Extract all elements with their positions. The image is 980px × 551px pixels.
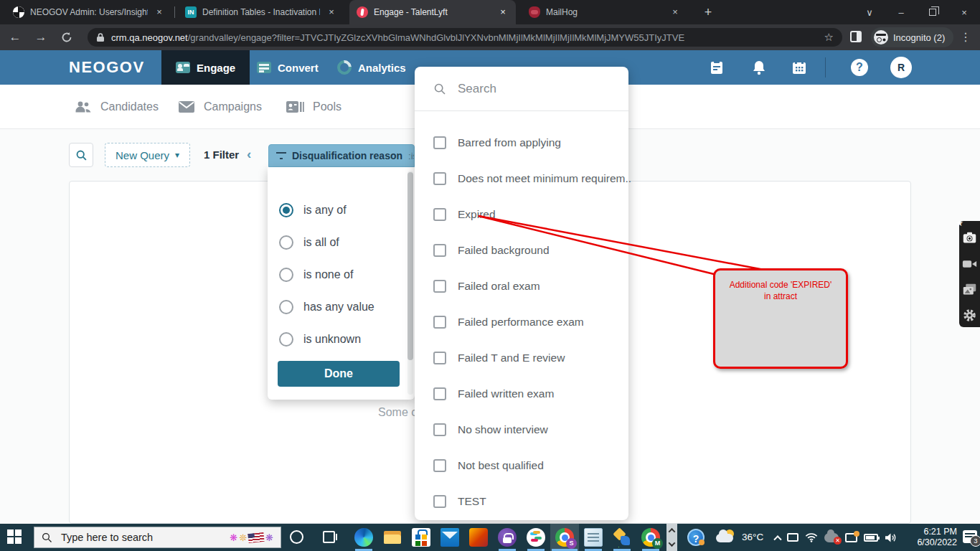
checkbox-icon[interactable] — [433, 172, 446, 185]
checkbox-icon[interactable] — [433, 495, 446, 508]
taskbar-app-office[interactable] — [464, 524, 493, 551]
tasks-clipboard-icon[interactable] — [709, 60, 725, 75]
taskbar-app-edge[interactable] — [349, 524, 378, 551]
gear-icon[interactable] — [962, 308, 977, 323]
checkbox-icon[interactable] — [433, 280, 446, 293]
radio-option-is-any-of[interactable]: is any of — [268, 194, 415, 226]
new-tab-button[interactable]: + — [699, 4, 717, 22]
checkbox-icon[interactable] — [433, 387, 446, 400]
forward-button[interactable]: → — [30, 27, 52, 48]
screen-share-icon[interactable] — [845, 533, 857, 542]
battery-icon[interactable] — [864, 534, 878, 542]
tablet-mode-icon[interactable] — [787, 533, 798, 542]
close-tab-icon[interactable]: × — [154, 6, 165, 18]
scroll-up-arrow[interactable] — [666, 524, 677, 537]
help-button[interactable]: ? — [851, 59, 868, 76]
reload-button[interactable] — [56, 27, 77, 48]
pin-star-icon[interactable]: ★ — [956, 218, 963, 228]
checkbox-icon[interactable] — [433, 423, 446, 436]
help-tray-icon[interactable]: ? — [687, 529, 705, 546]
radio-option-is-unknown[interactable]: is unknown — [268, 323, 415, 355]
nav-convert[interactable]: Convert — [242, 50, 333, 85]
taskbar-app-chrome-profile-m[interactable]: M — [636, 524, 665, 551]
user-avatar[interactable]: R — [890, 57, 912, 78]
tab-neogov-admin[interactable]: NEOGOV Admin: Users/Insight/P × — [6, 0, 172, 24]
close-tab-icon[interactable]: × — [497, 6, 509, 18]
radio-icon[interactable] — [279, 300, 293, 314]
tab-definition-tables[interactable]: IN Definition Tables - Inactivation Re × — [178, 0, 344, 24]
subnav-pools[interactable]: Pools — [286, 85, 341, 129]
new-query-dropdown[interactable]: New Query ▾ — [105, 143, 190, 167]
taskbar-app-avast[interactable] — [493, 524, 522, 551]
option-test[interactable]: TEST — [415, 484, 628, 519]
wifi-icon[interactable] — [805, 532, 818, 542]
scrollbar-track[interactable] — [407, 171, 413, 395]
side-panel-icon[interactable] — [850, 31, 862, 42]
tray-expand-icon[interactable] — [773, 535, 781, 543]
done-button[interactable]: Done — [278, 361, 400, 387]
close-tab-icon[interactable]: × — [669, 6, 681, 18]
weather-icon[interactable] — [716, 529, 738, 545]
cortana-icon[interactable] — [290, 530, 303, 544]
bookmark-star-icon[interactable]: ☆ — [824, 31, 834, 44]
radio-option-has-any-value[interactable]: has any value — [268, 291, 415, 323]
radio-option-is-none-of[interactable]: is none of — [268, 258, 415, 291]
subnav-candidates[interactable]: Candidates — [75, 85, 159, 129]
subnav-campaigns[interactable]: Campaigns — [178, 85, 262, 129]
temperature-label[interactable]: 36°C — [742, 532, 763, 542]
taskbar-app-mail[interactable] — [435, 524, 464, 551]
tab-engage-active[interactable]: Engage - TalentLyft × — [349, 0, 516, 24]
neogov-logo[interactable]: NEOGOV — [69, 58, 145, 77]
speaker-icon[interactable] — [885, 532, 897, 543]
calendar-icon[interactable] — [791, 60, 807, 75]
option-does-not-meet-minimum[interactable]: Does not meet minimum requirem.. — [415, 161, 628, 197]
camera-icon[interactable] — [962, 230, 977, 245]
close-tab-icon[interactable]: × — [326, 6, 337, 18]
tab-mailhog[interactable]: MailHog × — [522, 0, 688, 24]
nav-analytics[interactable]: Analytics — [323, 50, 420, 85]
checkbox-icon[interactable] — [433, 244, 446, 257]
checkbox-icon[interactable] — [433, 352, 446, 364]
checkbox-icon[interactable] — [433, 136, 446, 149]
close-window-button[interactable]: × — [948, 0, 980, 24]
browser-menu-icon[interactable]: ⋮ — [960, 30, 971, 44]
minimize-button[interactable]: – — [885, 0, 917, 24]
start-button[interactable] — [7, 529, 23, 545]
taskbar-app-notepad[interactable] — [579, 524, 608, 551]
checkbox-icon[interactable] — [433, 208, 446, 221]
option-failed-performance-exam[interactable]: Failed performance exam — [415, 304, 628, 340]
option-not-best-qualified[interactable]: Not best qualified — [415, 448, 628, 484]
notifications-bell-icon[interactable] — [751, 60, 767, 75]
radio-icon[interactable] — [279, 268, 293, 282]
video-record-icon[interactable] — [962, 256, 977, 271]
checkbox-icon[interactable] — [433, 459, 446, 472]
radio-icon[interactable] — [279, 332, 293, 347]
notification-center-icon[interactable]: 3 — [963, 530, 977, 543]
back-button[interactable]: ← — [4, 27, 26, 48]
option-expired[interactable]: Expired — [415, 197, 628, 232]
chevron-left-icon[interactable]: ‹ — [247, 146, 251, 162]
option-failed-t-and-e-review[interactable]: Failed T and E review — [415, 340, 628, 376]
taskbar-clock[interactable]: 6:21 PM 6/30/2022 — [905, 527, 957, 548]
radio-icon[interactable] — [279, 235, 293, 250]
tab-search-icon[interactable]: ∨ — [854, 0, 885, 24]
images-icon[interactable] — [962, 282, 977, 297]
taskbar-app-store[interactable] — [407, 524, 435, 551]
taskbar-app-chrome-profile-s[interactable]: S — [550, 524, 579, 551]
taskbar-app-slack[interactable] — [522, 524, 550, 551]
taskbar-search-box[interactable]: Type here to search ❋ ❊ ❋ — [34, 527, 281, 548]
url-text[interactable]: crm.qa.neogov.net/grandvalley/engage?fil… — [111, 32, 819, 43]
onedrive-error-icon[interactable] — [824, 533, 839, 542]
scroll-down-arrow[interactable] — [666, 537, 677, 551]
taskbar-app-devtools[interactable] — [608, 524, 636, 551]
option-no-show-interview[interactable]: No show interview — [415, 412, 628, 448]
option-failed-written-exam[interactable]: Failed written exam — [415, 376, 628, 412]
values-search-input[interactable] — [458, 82, 616, 96]
task-view-icon[interactable] — [323, 531, 335, 543]
taskbar-app-file-explorer[interactable] — [378, 524, 407, 551]
radio-selected-icon[interactable] — [279, 203, 293, 217]
query-search-button[interactable] — [69, 143, 93, 167]
address-bar[interactable]: crm.qa.neogov.net/grandvalley/engage?fil… — [88, 28, 842, 47]
checkbox-icon[interactable] — [433, 316, 446, 329]
radio-option-is-all-of[interactable]: is all of — [268, 226, 415, 258]
